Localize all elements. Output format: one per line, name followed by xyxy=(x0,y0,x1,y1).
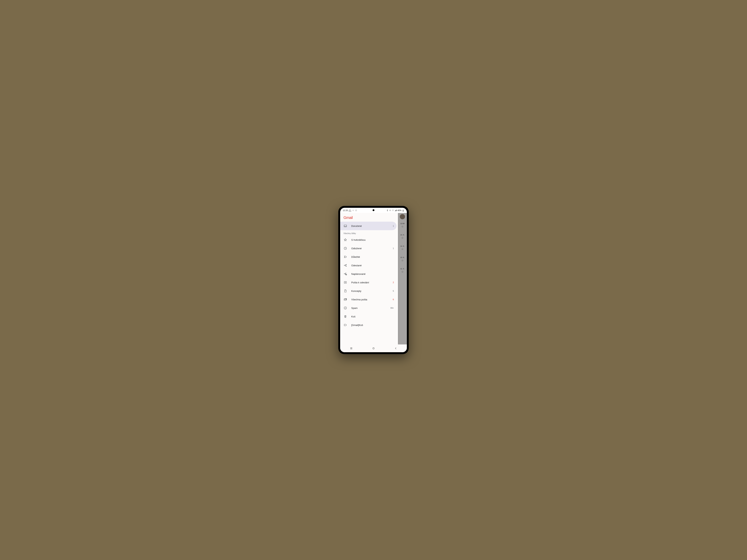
star-outline-icon: ☆ xyxy=(401,259,404,262)
svg-rect-7 xyxy=(403,211,404,211)
nav-label: Naplánované xyxy=(351,273,386,275)
trash-icon xyxy=(343,315,347,318)
label-icon xyxy=(343,323,347,327)
nav-trash[interactable]: Koš xyxy=(340,312,396,321)
camera-hole xyxy=(372,209,375,211)
wifi-icon xyxy=(392,209,394,212)
nav-snoozed[interactable]: Odložené 1 xyxy=(340,244,396,252)
nav-label: Doručené xyxy=(351,224,386,228)
nav-label: Koncepty xyxy=(351,290,386,292)
nav-label: Odložené xyxy=(351,247,386,250)
mail-date: 14. 6. xyxy=(401,245,405,247)
nav-count: 1 xyxy=(390,247,394,249)
app-title: Gmail xyxy=(340,213,398,222)
nav-outbox[interactable]: Pošta k odeslání 2 xyxy=(340,278,396,287)
nav-label: Koš xyxy=(351,315,386,318)
nav-label: Odeslané xyxy=(351,264,386,267)
settings-icon xyxy=(352,209,354,212)
nav-count: 2 xyxy=(390,281,394,284)
svg-rect-1 xyxy=(356,210,357,211)
nav-count: 5 xyxy=(390,290,394,292)
nav-count: 99+ xyxy=(390,307,394,309)
star-outline-icon: ☆ xyxy=(401,225,404,228)
nav-label: Důležité xyxy=(351,256,386,258)
spam-icon xyxy=(343,306,347,310)
star-outline-icon: ☆ xyxy=(401,236,404,239)
nav-label: S hvězdičkou xyxy=(351,239,386,241)
inbox-row-peek: 12:08 ☆ xyxy=(401,222,405,228)
battery-text: 40% xyxy=(397,209,402,212)
nav-scheduled[interactable]: Naplánované xyxy=(340,270,396,278)
nav-all-mail[interactable]: Všechna pošta 6 xyxy=(340,295,396,304)
draft-icon xyxy=(343,289,347,293)
section-header-labels: Všechny štítky xyxy=(340,230,396,236)
star-outline-icon: ☆ xyxy=(401,247,404,250)
battery-icon xyxy=(402,209,404,212)
recents-button[interactable] xyxy=(346,347,357,350)
mail-date: 14. 6. xyxy=(401,234,405,236)
system-nav-bar xyxy=(340,344,407,352)
mail-date: 12:08 xyxy=(401,222,405,224)
inbox-row-peek: 14. 6. ☆ xyxy=(401,234,405,239)
nav-important[interactable]: Důležité xyxy=(340,252,396,261)
all-mail-icon xyxy=(343,298,347,301)
back-button[interactable] xyxy=(390,347,401,350)
inbox-icon xyxy=(343,224,347,228)
nav-starred[interactable]: S hvězdičkou xyxy=(340,236,396,244)
status-time: 12:20 xyxy=(343,209,348,212)
navigation-drawer: Gmail Doručené 1 Všechny štítky xyxy=(340,213,398,344)
inbox-background[interactable]: 12:08 ☆ 14. 6. ☆ 14. 6. ☆ 13. 6. ☆ 11. 6… xyxy=(398,213,407,344)
clock-icon xyxy=(343,246,347,250)
nav-drafts[interactable]: Koncepty 5 xyxy=(340,287,396,295)
nav-count: 1 xyxy=(390,225,394,227)
nav-label: Spam xyxy=(351,307,386,310)
svg-rect-12 xyxy=(344,299,346,300)
nav-label: Všechna pošta xyxy=(351,298,386,301)
nav-label: Pošta k odeslání xyxy=(351,281,386,284)
mute-icon xyxy=(389,209,391,212)
svg-point-0 xyxy=(353,210,354,211)
nav-spam[interactable]: Spam 99+ xyxy=(340,304,396,312)
inbox-row-peek: 14. 6. ☆ xyxy=(401,245,405,250)
nav-label-gmail-trash[interactable]: [Gmail]Koš xyxy=(340,321,396,329)
star-outline-icon: ☆ xyxy=(401,270,404,273)
status-net-speed: 0 KB/s xyxy=(349,209,352,212)
bluetooth-icon xyxy=(386,209,388,212)
svg-rect-19 xyxy=(373,348,374,349)
account-avatar[interactable] xyxy=(400,214,405,219)
outbox-icon xyxy=(343,281,347,284)
inbox-row-peek: 13. 6. ☆ xyxy=(401,257,405,262)
signal-icon xyxy=(395,209,397,212)
svg-rect-6 xyxy=(403,210,403,210)
mail-date: 11. 6. xyxy=(401,268,405,270)
phone-frame: 12:20 0 KB/s xyxy=(338,206,409,354)
mail-date: 13. 6. xyxy=(401,257,405,258)
star-icon xyxy=(343,238,347,242)
nav-sent[interactable]: Odeslané xyxy=(340,261,396,270)
nav-inbox[interactable]: Doručené 1 xyxy=(340,222,396,230)
important-icon xyxy=(343,255,347,259)
screen: 12:20 0 KB/s xyxy=(340,208,407,352)
send-icon xyxy=(343,264,347,267)
home-button[interactable] xyxy=(368,347,379,350)
square-icon xyxy=(355,209,357,212)
nav-label: [Gmail]Koš xyxy=(351,324,386,326)
schedule-send-icon xyxy=(343,272,347,276)
inbox-row-peek: 11. 6. ☆ xyxy=(401,268,405,273)
nav-count: 6 xyxy=(390,298,394,300)
